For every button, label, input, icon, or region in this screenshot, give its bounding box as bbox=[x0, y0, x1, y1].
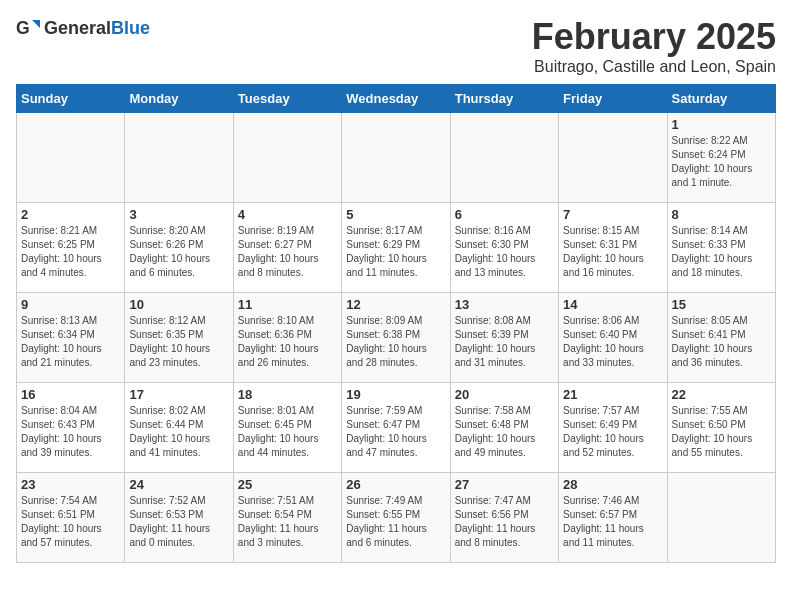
day-number: 11 bbox=[238, 297, 337, 312]
calendar-cell: 9Sunrise: 8:13 AM Sunset: 6:34 PM Daylig… bbox=[17, 293, 125, 383]
logo-icon: G bbox=[16, 16, 40, 40]
day-info: Sunrise: 8:19 AM Sunset: 6:27 PM Dayligh… bbox=[238, 224, 337, 280]
day-info: Sunrise: 8:08 AM Sunset: 6:39 PM Dayligh… bbox=[455, 314, 554, 370]
day-number: 5 bbox=[346, 207, 445, 222]
day-info: Sunrise: 7:59 AM Sunset: 6:47 PM Dayligh… bbox=[346, 404, 445, 460]
day-number: 14 bbox=[563, 297, 662, 312]
calendar-cell: 2Sunrise: 8:21 AM Sunset: 6:25 PM Daylig… bbox=[17, 203, 125, 293]
day-info: Sunrise: 8:16 AM Sunset: 6:30 PM Dayligh… bbox=[455, 224, 554, 280]
calendar-cell: 27Sunrise: 7:47 AM Sunset: 6:56 PM Dayli… bbox=[450, 473, 558, 563]
day-info: Sunrise: 8:09 AM Sunset: 6:38 PM Dayligh… bbox=[346, 314, 445, 370]
week-row-1: 1Sunrise: 8:22 AM Sunset: 6:24 PM Daylig… bbox=[17, 113, 776, 203]
day-number: 13 bbox=[455, 297, 554, 312]
subtitle: Buitrago, Castille and Leon, Spain bbox=[532, 58, 776, 76]
week-row-5: 23Sunrise: 7:54 AM Sunset: 6:51 PM Dayli… bbox=[17, 473, 776, 563]
calendar-cell: 24Sunrise: 7:52 AM Sunset: 6:53 PM Dayli… bbox=[125, 473, 233, 563]
day-number: 1 bbox=[672, 117, 771, 132]
day-number: 17 bbox=[129, 387, 228, 402]
day-number: 4 bbox=[238, 207, 337, 222]
calendar-cell: 25Sunrise: 7:51 AM Sunset: 6:54 PM Dayli… bbox=[233, 473, 341, 563]
calendar-cell: 11Sunrise: 8:10 AM Sunset: 6:36 PM Dayli… bbox=[233, 293, 341, 383]
calendar-cell bbox=[17, 113, 125, 203]
day-info: Sunrise: 8:04 AM Sunset: 6:43 PM Dayligh… bbox=[21, 404, 120, 460]
day-number: 7 bbox=[563, 207, 662, 222]
calendar-cell: 5Sunrise: 8:17 AM Sunset: 6:29 PM Daylig… bbox=[342, 203, 450, 293]
calendar-cell: 12Sunrise: 8:09 AM Sunset: 6:38 PM Dayli… bbox=[342, 293, 450, 383]
week-row-2: 2Sunrise: 8:21 AM Sunset: 6:25 PM Daylig… bbox=[17, 203, 776, 293]
logo-general-text: General bbox=[44, 18, 111, 38]
svg-text:G: G bbox=[16, 18, 30, 38]
header: G GeneralBlue February 2025 Buitrago, Ca… bbox=[16, 16, 776, 76]
day-number: 23 bbox=[21, 477, 120, 492]
day-number: 12 bbox=[346, 297, 445, 312]
day-number: 16 bbox=[21, 387, 120, 402]
day-number: 21 bbox=[563, 387, 662, 402]
calendar-table: SundayMondayTuesdayWednesdayThursdayFrid… bbox=[16, 84, 776, 563]
day-number: 6 bbox=[455, 207, 554, 222]
calendar-cell: 17Sunrise: 8:02 AM Sunset: 6:44 PM Dayli… bbox=[125, 383, 233, 473]
calendar-cell: 8Sunrise: 8:14 AM Sunset: 6:33 PM Daylig… bbox=[667, 203, 775, 293]
calendar-cell: 18Sunrise: 8:01 AM Sunset: 6:45 PM Dayli… bbox=[233, 383, 341, 473]
calendar-cell: 13Sunrise: 8:08 AM Sunset: 6:39 PM Dayli… bbox=[450, 293, 558, 383]
svg-marker-1 bbox=[32, 20, 40, 28]
day-info: Sunrise: 8:02 AM Sunset: 6:44 PM Dayligh… bbox=[129, 404, 228, 460]
day-info: Sunrise: 8:21 AM Sunset: 6:25 PM Dayligh… bbox=[21, 224, 120, 280]
calendar-cell bbox=[559, 113, 667, 203]
day-number: 2 bbox=[21, 207, 120, 222]
calendar-cell: 22Sunrise: 7:55 AM Sunset: 6:50 PM Dayli… bbox=[667, 383, 775, 473]
calendar-cell: 3Sunrise: 8:20 AM Sunset: 6:26 PM Daylig… bbox=[125, 203, 233, 293]
day-number: 24 bbox=[129, 477, 228, 492]
day-info: Sunrise: 8:17 AM Sunset: 6:29 PM Dayligh… bbox=[346, 224, 445, 280]
calendar-cell: 20Sunrise: 7:58 AM Sunset: 6:48 PM Dayli… bbox=[450, 383, 558, 473]
day-number: 20 bbox=[455, 387, 554, 402]
day-number: 28 bbox=[563, 477, 662, 492]
day-info: Sunrise: 8:12 AM Sunset: 6:35 PM Dayligh… bbox=[129, 314, 228, 370]
day-info: Sunrise: 7:46 AM Sunset: 6:57 PM Dayligh… bbox=[563, 494, 662, 550]
title-area: February 2025 Buitrago, Castille and Leo… bbox=[532, 16, 776, 76]
calendar-cell: 1Sunrise: 8:22 AM Sunset: 6:24 PM Daylig… bbox=[667, 113, 775, 203]
calendar-cell: 4Sunrise: 8:19 AM Sunset: 6:27 PM Daylig… bbox=[233, 203, 341, 293]
week-row-3: 9Sunrise: 8:13 AM Sunset: 6:34 PM Daylig… bbox=[17, 293, 776, 383]
day-number: 27 bbox=[455, 477, 554, 492]
calendar-cell bbox=[125, 113, 233, 203]
week-row-4: 16Sunrise: 8:04 AM Sunset: 6:43 PM Dayli… bbox=[17, 383, 776, 473]
day-info: Sunrise: 8:10 AM Sunset: 6:36 PM Dayligh… bbox=[238, 314, 337, 370]
calendar-cell: 10Sunrise: 8:12 AM Sunset: 6:35 PM Dayli… bbox=[125, 293, 233, 383]
calendar-cell: 28Sunrise: 7:46 AM Sunset: 6:57 PM Dayli… bbox=[559, 473, 667, 563]
day-info: Sunrise: 7:52 AM Sunset: 6:53 PM Dayligh… bbox=[129, 494, 228, 550]
day-number: 9 bbox=[21, 297, 120, 312]
day-number: 22 bbox=[672, 387, 771, 402]
day-info: Sunrise: 7:57 AM Sunset: 6:49 PM Dayligh… bbox=[563, 404, 662, 460]
day-info: Sunrise: 8:20 AM Sunset: 6:26 PM Dayligh… bbox=[129, 224, 228, 280]
weekday-header-friday: Friday bbox=[559, 85, 667, 113]
calendar-cell bbox=[342, 113, 450, 203]
calendar-cell: 14Sunrise: 8:06 AM Sunset: 6:40 PM Dayli… bbox=[559, 293, 667, 383]
calendar-cell bbox=[667, 473, 775, 563]
calendar-cell bbox=[233, 113, 341, 203]
day-number: 3 bbox=[129, 207, 228, 222]
calendar-cell: 6Sunrise: 8:16 AM Sunset: 6:30 PM Daylig… bbox=[450, 203, 558, 293]
weekday-header-thursday: Thursday bbox=[450, 85, 558, 113]
logo: G GeneralBlue bbox=[16, 16, 150, 40]
day-number: 26 bbox=[346, 477, 445, 492]
day-number: 15 bbox=[672, 297, 771, 312]
day-number: 10 bbox=[129, 297, 228, 312]
calendar-cell: 7Sunrise: 8:15 AM Sunset: 6:31 PM Daylig… bbox=[559, 203, 667, 293]
day-info: Sunrise: 8:13 AM Sunset: 6:34 PM Dayligh… bbox=[21, 314, 120, 370]
weekday-header-monday: Monday bbox=[125, 85, 233, 113]
day-info: Sunrise: 7:58 AM Sunset: 6:48 PM Dayligh… bbox=[455, 404, 554, 460]
weekday-header-tuesday: Tuesday bbox=[233, 85, 341, 113]
weekday-header-row: SundayMondayTuesdayWednesdayThursdayFrid… bbox=[17, 85, 776, 113]
calendar-cell: 15Sunrise: 8:05 AM Sunset: 6:41 PM Dayli… bbox=[667, 293, 775, 383]
day-info: Sunrise: 7:54 AM Sunset: 6:51 PM Dayligh… bbox=[21, 494, 120, 550]
calendar-cell: 16Sunrise: 8:04 AM Sunset: 6:43 PM Dayli… bbox=[17, 383, 125, 473]
day-info: Sunrise: 8:06 AM Sunset: 6:40 PM Dayligh… bbox=[563, 314, 662, 370]
day-info: Sunrise: 8:01 AM Sunset: 6:45 PM Dayligh… bbox=[238, 404, 337, 460]
day-info: Sunrise: 7:51 AM Sunset: 6:54 PM Dayligh… bbox=[238, 494, 337, 550]
day-number: 18 bbox=[238, 387, 337, 402]
weekday-header-sunday: Sunday bbox=[17, 85, 125, 113]
day-number: 8 bbox=[672, 207, 771, 222]
calendar-cell: 21Sunrise: 7:57 AM Sunset: 6:49 PM Dayli… bbox=[559, 383, 667, 473]
calendar-cell: 26Sunrise: 7:49 AM Sunset: 6:55 PM Dayli… bbox=[342, 473, 450, 563]
day-info: Sunrise: 8:15 AM Sunset: 6:31 PM Dayligh… bbox=[563, 224, 662, 280]
